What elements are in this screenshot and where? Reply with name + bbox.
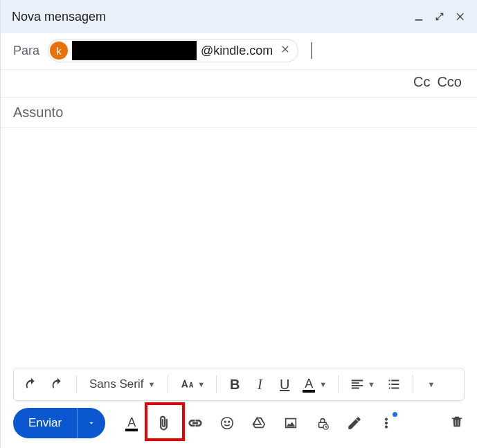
divider <box>76 375 77 393</box>
attach-file-button[interactable] <box>151 411 176 436</box>
divider <box>168 375 168 393</box>
more-options-button[interactable] <box>374 411 399 436</box>
svg-point-8 <box>386 426 388 428</box>
cc-bcc-row: Cc Cco <box>1 70 477 98</box>
insert-drive-button[interactable] <box>246 411 271 436</box>
compose-window: Nova mensagem Para k @kindle.com Cc Cc <box>0 0 477 448</box>
more-format-button[interactable]: ▼ <box>422 373 441 395</box>
insert-link-button[interactable] <box>183 411 208 436</box>
italic-button[interactable]: I <box>250 373 269 395</box>
svg-point-2 <box>228 421 230 422</box>
svg-rect-0 <box>415 19 423 21</box>
subject-row <box>1 98 477 128</box>
underline-button[interactable]: U <box>275 373 294 395</box>
insert-signature-button[interactable] <box>342 411 367 436</box>
expand-icon[interactable] <box>434 11 445 22</box>
divider <box>216 375 217 393</box>
font-select[interactable]: Sans Serif ▼ <box>85 373 159 395</box>
minimize-icon[interactable] <box>413 11 424 22</box>
avatar: k <box>50 42 68 60</box>
formatting-toolbar: Sans Serif ▼ ▼ B I U A ▼ ▼ ▼ <box>13 368 465 401</box>
insert-emoji-button[interactable] <box>215 411 240 436</box>
list-button[interactable] <box>384 373 404 395</box>
bcc-button[interactable]: Cco <box>437 74 462 90</box>
recipients-row[interactable]: Para k @kindle.com <box>1 33 477 70</box>
send-options-button[interactable] <box>77 408 105 438</box>
divider <box>413 375 413 393</box>
redacted-email <box>72 41 197 60</box>
compose-header: Nova mensagem <box>1 0 477 33</box>
text-color-button[interactable]: A ▼ <box>300 373 330 395</box>
insert-photo-button[interactable] <box>278 411 303 436</box>
action-row: Enviar A <box>1 408 477 448</box>
text-cursor <box>311 42 312 59</box>
to-label: Para <box>13 44 39 58</box>
recipient-chip[interactable]: k @kindle.com <box>48 39 298 62</box>
cc-button[interactable]: Cc <box>413 74 430 90</box>
caret-down-icon: ▼ <box>428 380 435 388</box>
confidential-mode-button[interactable] <box>310 411 335 436</box>
message-body[interactable] <box>1 128 477 368</box>
recipient-domain: @kindle.com <box>201 44 273 58</box>
send-button[interactable]: Enviar <box>13 408 77 438</box>
notification-dot <box>393 412 397 417</box>
svg-point-1 <box>224 421 226 422</box>
close-icon[interactable] <box>455 11 466 22</box>
compose-title: Nova mensagem <box>12 10 106 24</box>
caret-down-icon: ▼ <box>368 380 375 388</box>
subject-input[interactable] <box>13 105 465 120</box>
svg-point-6 <box>386 418 388 420</box>
font-size-button[interactable]: ▼ <box>177 373 208 395</box>
caret-down-icon: ▼ <box>197 380 205 388</box>
svg-point-7 <box>386 422 388 424</box>
caret-down-icon: ▼ <box>319 380 327 388</box>
compose-tools: A <box>119 411 399 436</box>
window-controls <box>413 11 466 22</box>
undo-icon[interactable] <box>21 373 42 395</box>
bold-button[interactable]: B <box>225 373 244 395</box>
send-button-group: Enviar <box>13 408 105 438</box>
formatting-toggle-button[interactable]: A <box>119 411 144 436</box>
remove-recipient-icon[interactable] <box>277 44 294 58</box>
discard-draft-button[interactable] <box>449 414 465 432</box>
redo-icon[interactable] <box>47 373 68 395</box>
caret-down-icon: ▼ <box>147 380 155 388</box>
divider <box>338 375 339 393</box>
font-name-label: Sans Serif <box>89 377 143 391</box>
align-button[interactable]: ▼ <box>347 373 378 395</box>
